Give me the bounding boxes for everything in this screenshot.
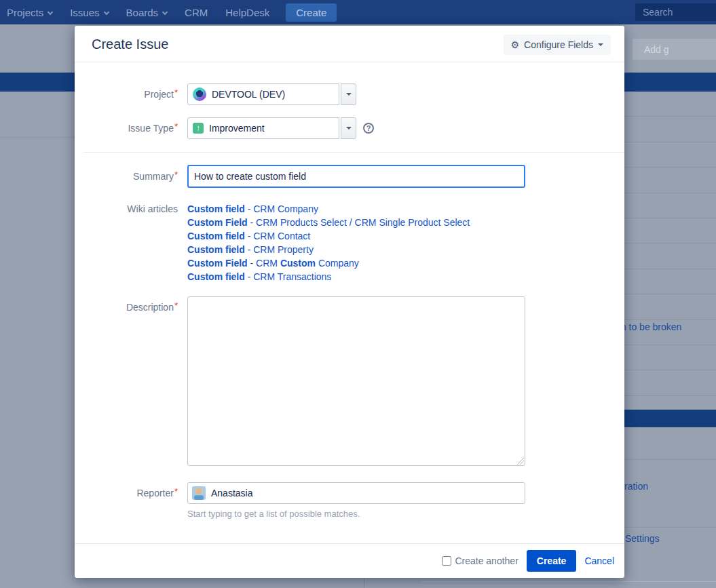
reporter-field-row: Reporter [92, 482, 607, 504]
issue-type-label: Issue Type [92, 117, 178, 139]
help-icon[interactable]: ? [363, 123, 374, 134]
reporter-label: Reporter [92, 482, 178, 504]
summary-input[interactable] [187, 165, 525, 188]
screen: m to be broken ration Settings Add g Pro… [0, 0, 716, 588]
background-divider [364, 578, 364, 588]
chevron-down-icon [346, 127, 352, 130]
wiki-articles-label: Wiki articles [92, 202, 178, 283]
reporter-avatar [192, 486, 206, 500]
description-label: Description [92, 296, 178, 466]
add-gadget-button: Add g [633, 39, 716, 60]
summary-label: Summary [92, 165, 178, 188]
background-divider [421, 581, 716, 582]
wiki-article-link[interactable]: Custom field - CRM Transactions [187, 270, 470, 283]
chevron-down-icon [598, 43, 603, 46]
nav-item-crm: CRM [185, 7, 208, 18]
background-link: Settings [625, 533, 660, 544]
issue-type-select[interactable]: ↑ Improvement [187, 117, 356, 139]
wiki-articles-row: Wiki articles Custom field - CRM Company… [92, 202, 607, 283]
cancel-link[interactable]: Cancel [584, 555, 614, 566]
issue-type-field-row: Issue Type ↑ Improvement ? [92, 117, 607, 139]
dialog-footer: Create another Create Cancel [75, 543, 624, 578]
top-navbar: ProjectsIssuesBoardsCRMHelpDesk Create [0, 0, 716, 24]
project-dropdown-button[interactable] [341, 83, 356, 105]
background-link: ration [624, 481, 648, 492]
create-another-checkbox[interactable] [442, 556, 451, 566]
nav-item-issues: Issues [70, 7, 108, 18]
reporter-hint: Start typing to get a list of possible m… [187, 509, 607, 519]
search-input [635, 3, 716, 22]
nav-item-helpdesk: HelpDesk [225, 7, 269, 18]
chevron-down-icon [162, 9, 168, 14]
summary-field-row: Summary [92, 165, 607, 188]
gear-icon: ⚙ [511, 40, 520, 50]
nav-items: ProjectsIssuesBoardsCRMHelpDesk [7, 7, 269, 18]
background-divider [0, 137, 75, 138]
project-label: Project [92, 83, 178, 105]
improvement-type-icon: ↑ [193, 123, 204, 134]
wiki-article-link[interactable]: Custom field - CRM Company [187, 202, 470, 216]
reporter-field[interactable] [187, 482, 525, 504]
create-button[interactable]: Create [527, 550, 577, 572]
project-field-row: Project DEVTOOL (DEV) [92, 83, 607, 105]
chevron-down-icon [346, 93, 352, 96]
dialog-body: Project DEVTOOL (DEV) Issue Type ↑ [75, 83, 624, 519]
issue-type-dropdown-button[interactable] [341, 117, 356, 139]
form-divider [83, 152, 624, 153]
create-another-option[interactable]: Create another [442, 555, 518, 566]
wiki-article-link[interactable]: Custom field - CRM Contact [187, 229, 470, 243]
background-link: m to be broken [618, 321, 681, 332]
project-value-text: DEVTOOL (DEV) [212, 89, 285, 100]
description-textarea[interactable] [187, 296, 525, 466]
project-select-value[interactable]: DEVTOOL (DEV) [187, 83, 339, 105]
wiki-article-link[interactable]: Custom Field - CRM Custom Company [187, 256, 470, 270]
create-another-label: Create another [455, 555, 518, 566]
nav-item-projects: Projects [7, 7, 52, 18]
project-avatar-icon [193, 87, 206, 101]
wiki-article-link[interactable]: Custom Field - CRM Products Select / CRM… [187, 216, 470, 229]
configure-fields-button[interactable]: ⚙ Configure Fields [504, 35, 611, 55]
dialog-title: Create Issue [92, 37, 168, 52]
nav-item-boards: Boards [126, 7, 168, 18]
issue-type-select-value[interactable]: ↑ Improvement [187, 117, 339, 139]
nav-create-button: Create [286, 3, 337, 22]
create-issue-dialog: Create Issue ⚙ Configure Fields Project … [75, 26, 624, 578]
wiki-article-link[interactable]: Custom field - CRM Property [187, 243, 470, 256]
project-select[interactable]: DEVTOOL (DEV) [187, 83, 356, 105]
chevron-down-icon [48, 9, 53, 14]
description-field-row: Description [92, 296, 607, 466]
dialog-header: Create Issue ⚙ Configure Fields [75, 26, 624, 62]
issue-type-value-text: Improvement [209, 123, 265, 134]
reporter-input[interactable] [211, 488, 521, 498]
configure-fields-label: Configure Fields [524, 39, 593, 50]
chevron-down-icon [103, 9, 109, 14]
wiki-articles-list: Custom field - CRM CompanyCustom Field -… [187, 202, 470, 283]
